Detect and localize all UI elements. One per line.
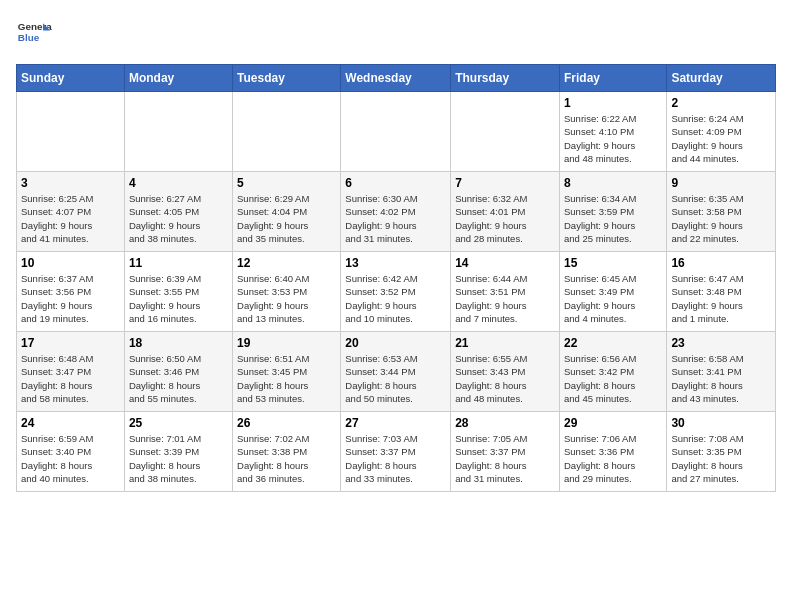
day-detail: Sunrise: 6:45 AM Sunset: 3:49 PM Dayligh… bbox=[564, 272, 662, 325]
day-detail: Sunrise: 6:30 AM Sunset: 4:02 PM Dayligh… bbox=[345, 192, 446, 245]
calendar-cell: 14Sunrise: 6:44 AM Sunset: 3:51 PM Dayli… bbox=[451, 252, 560, 332]
weekday-header: Monday bbox=[124, 65, 232, 92]
day-number: 17 bbox=[21, 336, 120, 350]
day-detail: Sunrise: 6:25 AM Sunset: 4:07 PM Dayligh… bbox=[21, 192, 120, 245]
day-number: 4 bbox=[129, 176, 228, 190]
day-detail: Sunrise: 6:53 AM Sunset: 3:44 PM Dayligh… bbox=[345, 352, 446, 405]
calendar-week-row: 17Sunrise: 6:48 AM Sunset: 3:47 PM Dayli… bbox=[17, 332, 776, 412]
day-number: 24 bbox=[21, 416, 120, 430]
day-number: 20 bbox=[345, 336, 446, 350]
calendar-cell: 10Sunrise: 6:37 AM Sunset: 3:56 PM Dayli… bbox=[17, 252, 125, 332]
calendar-cell: 19Sunrise: 6:51 AM Sunset: 3:45 PM Dayli… bbox=[233, 332, 341, 412]
day-detail: Sunrise: 6:56 AM Sunset: 3:42 PM Dayligh… bbox=[564, 352, 662, 405]
day-detail: Sunrise: 6:27 AM Sunset: 4:05 PM Dayligh… bbox=[129, 192, 228, 245]
calendar-week-row: 1Sunrise: 6:22 AM Sunset: 4:10 PM Daylig… bbox=[17, 92, 776, 172]
day-number: 8 bbox=[564, 176, 662, 190]
day-detail: Sunrise: 7:01 AM Sunset: 3:39 PM Dayligh… bbox=[129, 432, 228, 485]
day-number: 5 bbox=[237, 176, 336, 190]
day-number: 21 bbox=[455, 336, 555, 350]
day-detail: Sunrise: 6:37 AM Sunset: 3:56 PM Dayligh… bbox=[21, 272, 120, 325]
day-detail: Sunrise: 6:39 AM Sunset: 3:55 PM Dayligh… bbox=[129, 272, 228, 325]
svg-text:Blue: Blue bbox=[18, 32, 40, 43]
day-detail: Sunrise: 6:32 AM Sunset: 4:01 PM Dayligh… bbox=[455, 192, 555, 245]
day-number: 10 bbox=[21, 256, 120, 270]
day-number: 18 bbox=[129, 336, 228, 350]
calendar-cell: 12Sunrise: 6:40 AM Sunset: 3:53 PM Dayli… bbox=[233, 252, 341, 332]
day-number: 26 bbox=[237, 416, 336, 430]
calendar-cell: 24Sunrise: 6:59 AM Sunset: 3:40 PM Dayli… bbox=[17, 412, 125, 492]
calendar-cell: 16Sunrise: 6:47 AM Sunset: 3:48 PM Dayli… bbox=[667, 252, 776, 332]
calendar-cell: 23Sunrise: 6:58 AM Sunset: 3:41 PM Dayli… bbox=[667, 332, 776, 412]
calendar-cell: 20Sunrise: 6:53 AM Sunset: 3:44 PM Dayli… bbox=[341, 332, 451, 412]
day-number: 15 bbox=[564, 256, 662, 270]
calendar-cell: 29Sunrise: 7:06 AM Sunset: 3:36 PM Dayli… bbox=[559, 412, 666, 492]
day-detail: Sunrise: 6:22 AM Sunset: 4:10 PM Dayligh… bbox=[564, 112, 662, 165]
day-detail: Sunrise: 6:29 AM Sunset: 4:04 PM Dayligh… bbox=[237, 192, 336, 245]
calendar-cell: 15Sunrise: 6:45 AM Sunset: 3:49 PM Dayli… bbox=[559, 252, 666, 332]
day-detail: Sunrise: 6:42 AM Sunset: 3:52 PM Dayligh… bbox=[345, 272, 446, 325]
day-number: 2 bbox=[671, 96, 771, 110]
calendar-cell: 25Sunrise: 7:01 AM Sunset: 3:39 PM Dayli… bbox=[124, 412, 232, 492]
calendar-cell bbox=[17, 92, 125, 172]
day-detail: Sunrise: 7:06 AM Sunset: 3:36 PM Dayligh… bbox=[564, 432, 662, 485]
calendar-cell: 6Sunrise: 6:30 AM Sunset: 4:02 PM Daylig… bbox=[341, 172, 451, 252]
calendar-cell: 9Sunrise: 6:35 AM Sunset: 3:58 PM Daylig… bbox=[667, 172, 776, 252]
day-number: 9 bbox=[671, 176, 771, 190]
day-number: 13 bbox=[345, 256, 446, 270]
calendar-cell: 30Sunrise: 7:08 AM Sunset: 3:35 PM Dayli… bbox=[667, 412, 776, 492]
day-detail: Sunrise: 6:44 AM Sunset: 3:51 PM Dayligh… bbox=[455, 272, 555, 325]
calendar-cell bbox=[233, 92, 341, 172]
calendar-cell: 17Sunrise: 6:48 AM Sunset: 3:47 PM Dayli… bbox=[17, 332, 125, 412]
calendar-cell: 18Sunrise: 6:50 AM Sunset: 3:46 PM Dayli… bbox=[124, 332, 232, 412]
calendar-cell: 11Sunrise: 6:39 AM Sunset: 3:55 PM Dayli… bbox=[124, 252, 232, 332]
calendar-header: SundayMondayTuesdayWednesdayThursdayFrid… bbox=[17, 65, 776, 92]
weekday-header: Thursday bbox=[451, 65, 560, 92]
day-detail: Sunrise: 6:24 AM Sunset: 4:09 PM Dayligh… bbox=[671, 112, 771, 165]
day-number: 25 bbox=[129, 416, 228, 430]
day-detail: Sunrise: 6:58 AM Sunset: 3:41 PM Dayligh… bbox=[671, 352, 771, 405]
calendar-cell: 13Sunrise: 6:42 AM Sunset: 3:52 PM Dayli… bbox=[341, 252, 451, 332]
weekday-header: Wednesday bbox=[341, 65, 451, 92]
day-number: 27 bbox=[345, 416, 446, 430]
calendar-cell bbox=[341, 92, 451, 172]
calendar-cell: 3Sunrise: 6:25 AM Sunset: 4:07 PM Daylig… bbox=[17, 172, 125, 252]
weekday-header: Saturday bbox=[667, 65, 776, 92]
day-detail: Sunrise: 6:47 AM Sunset: 3:48 PM Dayligh… bbox=[671, 272, 771, 325]
weekday-header: Tuesday bbox=[233, 65, 341, 92]
calendar-cell bbox=[124, 92, 232, 172]
calendar-cell: 21Sunrise: 6:55 AM Sunset: 3:43 PM Dayli… bbox=[451, 332, 560, 412]
day-detail: Sunrise: 6:35 AM Sunset: 3:58 PM Dayligh… bbox=[671, 192, 771, 245]
day-detail: Sunrise: 6:48 AM Sunset: 3:47 PM Dayligh… bbox=[21, 352, 120, 405]
day-number: 14 bbox=[455, 256, 555, 270]
logo: General Blue bbox=[16, 16, 52, 52]
day-detail: Sunrise: 6:50 AM Sunset: 3:46 PM Dayligh… bbox=[129, 352, 228, 405]
calendar-cell bbox=[451, 92, 560, 172]
calendar-cell: 5Sunrise: 6:29 AM Sunset: 4:04 PM Daylig… bbox=[233, 172, 341, 252]
day-number: 28 bbox=[455, 416, 555, 430]
day-number: 22 bbox=[564, 336, 662, 350]
logo-icon: General Blue bbox=[16, 16, 52, 52]
calendar-cell: 7Sunrise: 6:32 AM Sunset: 4:01 PM Daylig… bbox=[451, 172, 560, 252]
day-number: 30 bbox=[671, 416, 771, 430]
day-number: 23 bbox=[671, 336, 771, 350]
weekday-header: Friday bbox=[559, 65, 666, 92]
day-detail: Sunrise: 7:08 AM Sunset: 3:35 PM Dayligh… bbox=[671, 432, 771, 485]
calendar-cell: 8Sunrise: 6:34 AM Sunset: 3:59 PM Daylig… bbox=[559, 172, 666, 252]
day-number: 16 bbox=[671, 256, 771, 270]
weekday-header: Sunday bbox=[17, 65, 125, 92]
calendar-cell: 27Sunrise: 7:03 AM Sunset: 3:37 PM Dayli… bbox=[341, 412, 451, 492]
day-number: 3 bbox=[21, 176, 120, 190]
calendar-week-row: 10Sunrise: 6:37 AM Sunset: 3:56 PM Dayli… bbox=[17, 252, 776, 332]
day-detail: Sunrise: 6:34 AM Sunset: 3:59 PM Dayligh… bbox=[564, 192, 662, 245]
day-number: 7 bbox=[455, 176, 555, 190]
calendar-cell: 1Sunrise: 6:22 AM Sunset: 4:10 PM Daylig… bbox=[559, 92, 666, 172]
calendar-week-row: 3Sunrise: 6:25 AM Sunset: 4:07 PM Daylig… bbox=[17, 172, 776, 252]
day-detail: Sunrise: 6:40 AM Sunset: 3:53 PM Dayligh… bbox=[237, 272, 336, 325]
calendar-cell: 4Sunrise: 6:27 AM Sunset: 4:05 PM Daylig… bbox=[124, 172, 232, 252]
day-number: 11 bbox=[129, 256, 228, 270]
day-number: 19 bbox=[237, 336, 336, 350]
page-header: General Blue bbox=[16, 16, 776, 52]
day-detail: Sunrise: 6:51 AM Sunset: 3:45 PM Dayligh… bbox=[237, 352, 336, 405]
day-detail: Sunrise: 7:02 AM Sunset: 3:38 PM Dayligh… bbox=[237, 432, 336, 485]
day-detail: Sunrise: 7:03 AM Sunset: 3:37 PM Dayligh… bbox=[345, 432, 446, 485]
